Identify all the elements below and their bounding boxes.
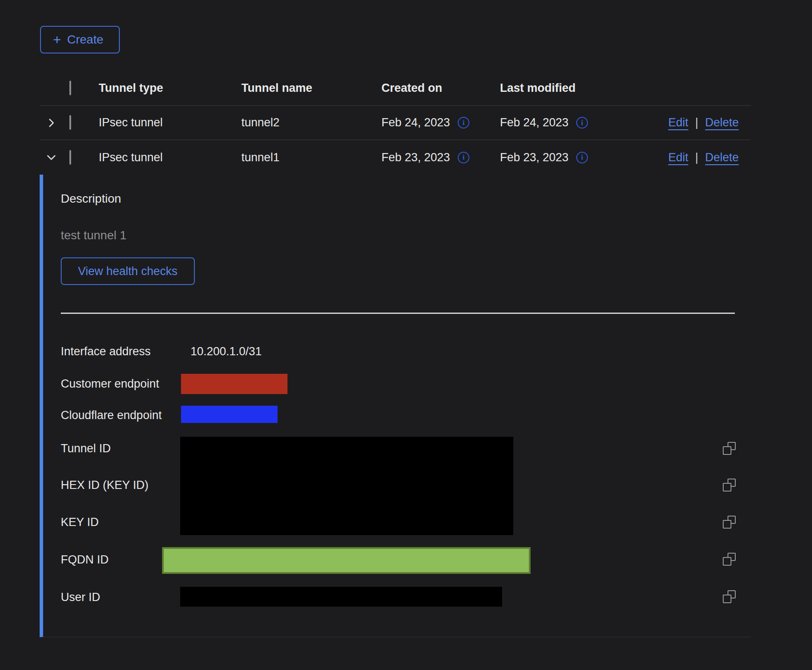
tunnel-hex-key-id-redaction (180, 437, 513, 535)
expand-row-button[interactable] (40, 118, 69, 128)
cloudflare-endpoint-redaction (181, 406, 278, 423)
user-id-redaction (180, 587, 502, 607)
header-tunnel-name: Tunnel name (241, 81, 381, 95)
copy-tunnel-id-icon[interactable] (723, 442, 736, 455)
header-created-on: Created on (381, 81, 500, 95)
page: + Create Tunnel type Tunnel name Created… (0, 0, 812, 670)
info-icon[interactable]: i (458, 152, 469, 163)
action-separator: | (695, 151, 698, 164)
copy-icon-front (723, 520, 731, 529)
tunnel-type-cell: IPsec tunnel (99, 116, 241, 129)
action-separator: | (695, 116, 698, 129)
created-on-cell: Feb 24, 2023 (381, 116, 450, 129)
customer-endpoint-redaction (181, 374, 287, 394)
edit-link[interactable]: Edit (668, 151, 688, 164)
create-button-label: Create (67, 33, 103, 47)
header-tunnel-type: Tunnel type (99, 81, 241, 95)
chevron-right-icon (46, 118, 56, 128)
info-icon[interactable]: i (576, 117, 588, 128)
info-icon[interactable]: i (576, 152, 588, 163)
tunnel-name-cell: tunnel1 (241, 151, 381, 164)
copy-hex-id-icon[interactable] (723, 479, 736, 492)
copy-fqdn-id-icon[interactable] (723, 553, 736, 566)
view-health-checks-button[interactable]: View health checks (61, 257, 195, 285)
select-all-checkbox[interactable] (69, 81, 71, 95)
description-label: Description (61, 192, 121, 206)
tunnel-type-cell: IPsec tunnel (99, 151, 241, 164)
last-modified-cell: Feb 23, 2023 (500, 151, 568, 164)
section-divider (61, 313, 735, 314)
user-id-label: User ID (61, 591, 180, 604)
tunnel-id-label: Tunnel ID (61, 442, 180, 455)
field-row-cloudflare-endpoint: Cloudflare endpoint (43, 407, 751, 424)
tunnel-name-cell: tunnel2 (241, 116, 381, 129)
field-row-interface-address: Interface address 10.200.1.0/31 (43, 343, 751, 360)
last-modified-cell: Feb 24, 2023 (500, 116, 568, 129)
hex-id-label: HEX ID (KEY ID) (61, 479, 180, 492)
delete-link[interactable]: Delete (705, 151, 739, 164)
copy-icon-front (723, 483, 731, 492)
fqdn-id-redaction (162, 547, 531, 574)
create-button[interactable]: + Create (40, 26, 120, 53)
copy-icon-front (723, 557, 731, 566)
customer-endpoint-label: Customer endpoint (61, 377, 180, 391)
edit-link[interactable]: Edit (668, 116, 688, 129)
delete-link[interactable]: Delete (705, 116, 739, 129)
key-id-label: KEY ID (61, 516, 180, 529)
collapse-row-button[interactable] (40, 152, 69, 163)
header-last-modified: Last modified (500, 81, 665, 95)
field-row-customer-endpoint: Customer endpoint (43, 375, 751, 392)
tunnel-detail-panel: Description test tunnel 1 View health ch… (40, 175, 751, 637)
copy-icon-front (723, 446, 731, 455)
row-checkbox[interactable] (69, 150, 71, 165)
interface-address-label: Interface address (61, 345, 180, 358)
created-on-cell: Feb 23, 2023 (381, 151, 450, 164)
table-header: Tunnel type Tunnel name Created on Last … (40, 65, 751, 106)
description-value: test tunnel 1 (61, 229, 127, 242)
chevron-down-icon (46, 152, 56, 163)
plus-icon: + (53, 33, 61, 47)
row-checkbox[interactable] (69, 115, 71, 130)
table-row: IPsec tunnel tunnel2 Feb 24, 2023 i Feb … (40, 106, 751, 140)
interface-address-value: 10.200.1.0/31 (191, 345, 262, 358)
copy-key-id-icon[interactable] (723, 516, 736, 529)
copy-user-id-icon[interactable] (723, 590, 736, 603)
cloudflare-endpoint-label: Cloudflare endpoint (61, 409, 180, 422)
info-icon[interactable]: i (458, 117, 469, 128)
copy-icon-front (723, 595, 731, 603)
table-row: IPsec tunnel tunnel1 Feb 23, 2023 i Feb … (40, 140, 751, 175)
